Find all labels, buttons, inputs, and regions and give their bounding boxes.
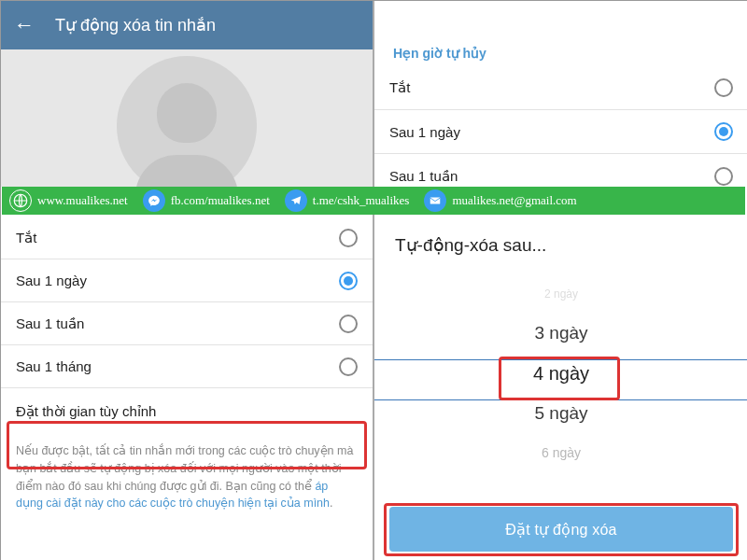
option-label: Đặt thời gian tùy chỉnh bbox=[16, 403, 156, 420]
option-label: Sau 1 tuần bbox=[389, 168, 458, 185]
picker-item[interactable]: 6 ngày bbox=[374, 433, 747, 472]
radio-icon[interactable] bbox=[339, 357, 358, 376]
left-screenshot: ← Tự động xóa tin nhắn Hẹn giờ tự hủy Tắ… bbox=[1, 1, 374, 560]
svg-rect-1 bbox=[430, 198, 441, 204]
custom-time-picker: Tự-động-xóa sau... 2 ngày 3 ngày 4 ngày … bbox=[374, 216, 747, 560]
option-label: Sau 1 ngày bbox=[389, 124, 460, 140]
picker-item[interactable]: 2 ngày bbox=[374, 274, 747, 314]
apply-button[interactable]: Đặt tự động xóa bbox=[389, 507, 733, 552]
option-custom[interactable]: Đặt thời gian tùy chỉnh bbox=[1, 388, 373, 435]
picker-selection-lines bbox=[374, 359, 747, 400]
option-label: Sau 1 tháng bbox=[16, 358, 92, 374]
banner-fb[interactable]: fb.com/mualikes.net bbox=[171, 193, 270, 208]
promo-banner: www.mualikes.net fb.com/mualikes.net t.m… bbox=[2, 187, 745, 215]
right-screenshot: Hẹn giờ tự hủy Tắt Sau 1 ngày Sau 1 tuần… bbox=[374, 1, 747, 560]
radio-icon[interactable] bbox=[714, 78, 733, 97]
picker-item[interactable]: 3 ngày bbox=[374, 314, 747, 353]
option-1-month[interactable]: Sau 1 tháng bbox=[1, 345, 373, 388]
footnote: Nếu được bật, tất cả tin nhắn mới trong … bbox=[1, 435, 373, 512]
radio-icon[interactable] bbox=[339, 272, 358, 290]
banner-tg[interactable]: t.me/cshk_mualikes bbox=[313, 193, 410, 208]
option-label: Sau 1 ngày bbox=[16, 273, 87, 288]
email-icon bbox=[424, 189, 446, 212]
option-off-r[interactable]: Tắt bbox=[374, 66, 747, 110]
option-label: Tắt bbox=[16, 230, 36, 246]
avatar-icon bbox=[117, 56, 257, 187]
radio-icon[interactable] bbox=[339, 229, 358, 247]
app-bar: ← Tự động xóa tin nhắn bbox=[1, 1, 373, 49]
option-label: Sau 1 tuần bbox=[16, 315, 84, 332]
option-1-day[interactable]: Sau 1 ngày bbox=[1, 259, 373, 302]
banner-email[interactable]: mualikes.net@gmail.com bbox=[452, 193, 576, 208]
picker-title: Tự-động-xóa sau... bbox=[374, 216, 747, 269]
section-title-right: Hẹn giờ tự hủy bbox=[374, 36, 747, 66]
option-1-week[interactable]: Sau 1 tuần bbox=[1, 302, 373, 345]
telegram-icon bbox=[285, 189, 307, 212]
picker-wheel[interactable]: 2 ngày 3 ngày 4 ngày 5 ngày 6 ngày bbox=[374, 274, 747, 489]
radio-icon[interactable] bbox=[339, 315, 358, 333]
radio-icon[interactable] bbox=[714, 122, 733, 141]
messenger-icon bbox=[143, 189, 165, 212]
banner-site[interactable]: www.mualikes.net bbox=[37, 193, 128, 208]
radio-icon[interactable] bbox=[714, 167, 733, 186]
globe-icon bbox=[9, 189, 32, 212]
option-label: Tắt bbox=[389, 79, 410, 96]
profile-placeholder bbox=[1, 49, 373, 187]
back-arrow-icon[interactable]: ← bbox=[14, 15, 35, 35]
option-1-day-r[interactable]: Sau 1 ngày bbox=[374, 110, 747, 154]
option-off[interactable]: Tắt bbox=[1, 217, 373, 259]
page-title: Tự động xóa tin nhắn bbox=[55, 15, 216, 35]
